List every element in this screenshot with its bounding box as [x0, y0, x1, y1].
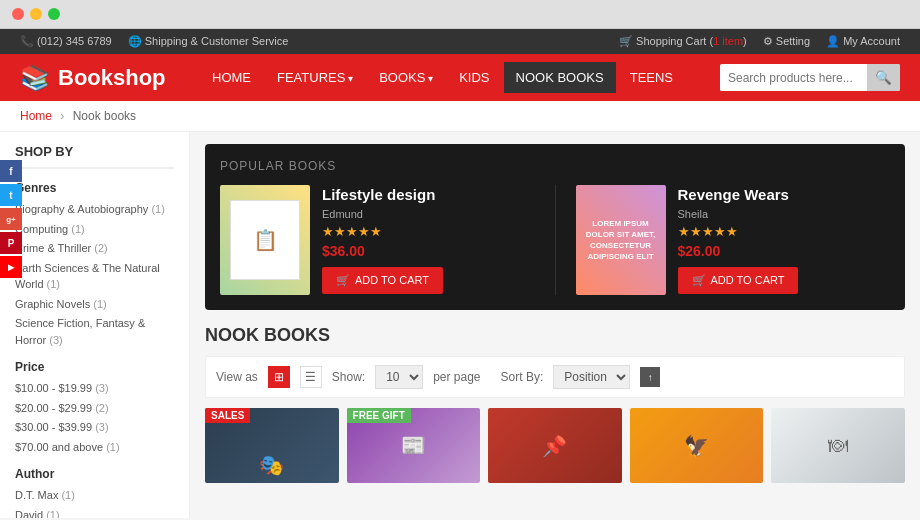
price-70-above[interactable]: $70.00 and above (1) [15, 439, 174, 456]
popular-book-1: 📋 Lifestyle design Edmund ★★★★★ $36.00 🛒… [220, 185, 535, 295]
nav-home[interactable]: HOME [200, 62, 263, 93]
book-2-author: Sheila [678, 208, 891, 220]
price-20-29[interactable]: $20.00 - $29.99 (2) [15, 400, 174, 417]
popular-books-section: POPULAR BOOKS 📋 Lifestyle design Edmund [205, 144, 905, 310]
book-1-add-to-cart[interactable]: 🛒 ADD TO CART [322, 267, 443, 294]
breadcrumb: Home › Nook books [0, 101, 920, 132]
social-twitter[interactable]: t [0, 184, 22, 206]
sort-by-label: Sort By: [501, 370, 544, 384]
popular-book-2: LOREM IPSUM DOLOR SIT AMET, CONSECTETUR … [576, 185, 891, 295]
thumb-3-image: 📌 [488, 408, 622, 483]
breadcrumb-current: Nook books [73, 109, 136, 123]
genre-computing[interactable]: Computing (1) [15, 221, 174, 238]
thumb-5-image: 🍽 [771, 408, 905, 483]
genres-title: Genres [15, 181, 174, 195]
window-max-btn[interactable] [48, 8, 60, 20]
grid-view-button[interactable]: ⊞ [268, 366, 290, 388]
author-dtmax[interactable]: D.T. Max (1) [15, 487, 174, 504]
social-bar: f t g+ P ▶ [0, 160, 22, 278]
nookbooks-title: NOOK BOOKS [205, 325, 905, 346]
logo[interactable]: 📚 Bookshop [20, 64, 180, 92]
show-select[interactable]: 10 20 50 [375, 365, 423, 389]
list-view-button[interactable]: ☰ [300, 366, 322, 388]
sidebar: SHOP BY Genres Biography & Autobiography… [0, 132, 190, 518]
breadcrumb-separator: › [60, 109, 64, 123]
thumb-1-badge: SALES [205, 408, 250, 423]
genre-scifi[interactable]: Science Fiction, Fantasy & Horror (3) [15, 315, 174, 348]
thumb-card-2: 📰 FREE GIFT [347, 408, 481, 483]
search-button[interactable]: 🔍 [867, 64, 900, 91]
shipping-link[interactable]: 🌐 Shipping & Customer Service [128, 35, 289, 48]
book-2-title: Revenge Wears [678, 185, 891, 205]
thumb-2-badge: FREE GIFT [347, 408, 411, 423]
popular-books-row: 📋 Lifestyle design Edmund ★★★★★ $36.00 🛒… [220, 185, 890, 295]
genre-earth[interactable]: Earth Sciences & The Natural World (1) [15, 260, 174, 293]
nav-kids[interactable]: KIDS [447, 62, 501, 93]
social-facebook[interactable]: f [0, 160, 22, 182]
nookbooks-section: NOOK BOOKS View as ⊞ ☰ Show: 10 20 50 pe… [205, 325, 905, 483]
show-label: Show: [332, 370, 365, 384]
book-1-stars: ★★★★★ [322, 224, 535, 239]
header: 📚 Bookshop HOME FEATURES BOOKS KIDS NOOK… [0, 54, 920, 101]
nav-features[interactable]: FEATURES [265, 62, 365, 93]
main-nav: HOME FEATURES BOOKS KIDS NOOK BOOKS TEEN… [200, 62, 700, 93]
sort-direction-button[interactable]: ↑ [640, 367, 660, 387]
per-page-label: per page [433, 370, 480, 384]
book-1-author: Edmund [322, 208, 535, 220]
main-layout: SHOP BY Genres Biography & Autobiography… [0, 132, 920, 518]
nav-nookbooks[interactable]: NOOK BOOKS [504, 62, 616, 93]
book-2-info: Revenge Wears Sheila ★★★★★ $26.00 🛒 ADD … [678, 185, 891, 295]
search-input[interactable] [720, 65, 867, 91]
social-pinterest[interactable]: P [0, 232, 22, 254]
sort-select[interactable]: Position Name Price [553, 365, 630, 389]
search-box: 🔍 [720, 64, 900, 91]
books-divider [555, 185, 556, 295]
book-2-stars: ★★★★★ [678, 224, 891, 239]
author-title: Author [15, 467, 174, 481]
book-1-thumbnail: 📋 [220, 185, 310, 295]
book-2-thumbnail: LOREM IPSUM DOLOR SIT AMET, CONSECTETUR … [576, 185, 666, 295]
logo-icon: 📚 [20, 64, 50, 92]
nav-teens[interactable]: TEENS [618, 62, 685, 93]
view-as-label: View as [216, 370, 258, 384]
phone-number: 📞 (012) 345 6789 [20, 35, 112, 48]
price-30-39[interactable]: $30.00 - $39.99 (3) [15, 419, 174, 436]
nav-books[interactable]: BOOKS [367, 62, 445, 93]
breadcrumb-home[interactable]: Home [20, 109, 52, 123]
logo-text: Bookshop [58, 65, 166, 91]
thumb-card-1: 🎭 SALES [205, 408, 339, 483]
shop-by-title: SHOP BY [15, 144, 174, 169]
content-area: POPULAR BOOKS 📋 Lifestyle design Edmund [190, 132, 920, 518]
book-1-title: Lifestyle design [322, 185, 535, 205]
price-title: Price [15, 360, 174, 374]
window-min-btn[interactable] [30, 8, 42, 20]
shopping-cart[interactable]: 🛒 Shopping Cart (1 item) [619, 35, 747, 48]
book-2-add-to-cart[interactable]: 🛒 ADD TO CART [678, 267, 799, 294]
genre-graphic[interactable]: Graphic Novels (1) [15, 296, 174, 313]
account-link[interactable]: 👤 My Account [826, 35, 900, 48]
book-2-price: $26.00 [678, 243, 891, 259]
genre-crime[interactable]: Crime & Thriller (2) [15, 240, 174, 257]
genre-biography[interactable]: Biography & Autobiography (1) [15, 201, 174, 218]
thumb-card-4: 🦅 [630, 408, 764, 483]
nookbooks-toolbar: View as ⊞ ☰ Show: 10 20 50 per page Sort… [205, 356, 905, 398]
social-googleplus[interactable]: g+ [0, 208, 22, 230]
top-bar: 📞 (012) 345 6789 🌐 Shipping & Customer S… [0, 29, 920, 54]
popular-books-title: POPULAR BOOKS [220, 159, 890, 173]
book-1-info: Lifestyle design Edmund ★★★★★ $36.00 🛒 A… [322, 185, 535, 295]
author-david[interactable]: David (1) [15, 507, 174, 519]
window-chrome [0, 0, 920, 29]
thumb-card-3: 📌 [488, 408, 622, 483]
setting-link[interactable]: ⚙ Setting [763, 35, 810, 48]
price-10-19[interactable]: $10.00 - $19.99 (3) [15, 380, 174, 397]
thumb-card-5: 🍽 [771, 408, 905, 483]
book-1-price: $36.00 [322, 243, 535, 259]
social-youtube[interactable]: ▶ [0, 256, 22, 278]
window-close-btn[interactable] [12, 8, 24, 20]
top-bar-left: 📞 (012) 345 6789 🌐 Shipping & Customer S… [20, 35, 288, 48]
book-thumbs-row: 🎭 SALES 📰 FREE GIFT 📌 [205, 408, 905, 483]
top-bar-right: 🛒 Shopping Cart (1 item) ⚙ Setting 👤 My … [619, 35, 900, 48]
thumb-4-image: 🦅 [630, 408, 764, 483]
